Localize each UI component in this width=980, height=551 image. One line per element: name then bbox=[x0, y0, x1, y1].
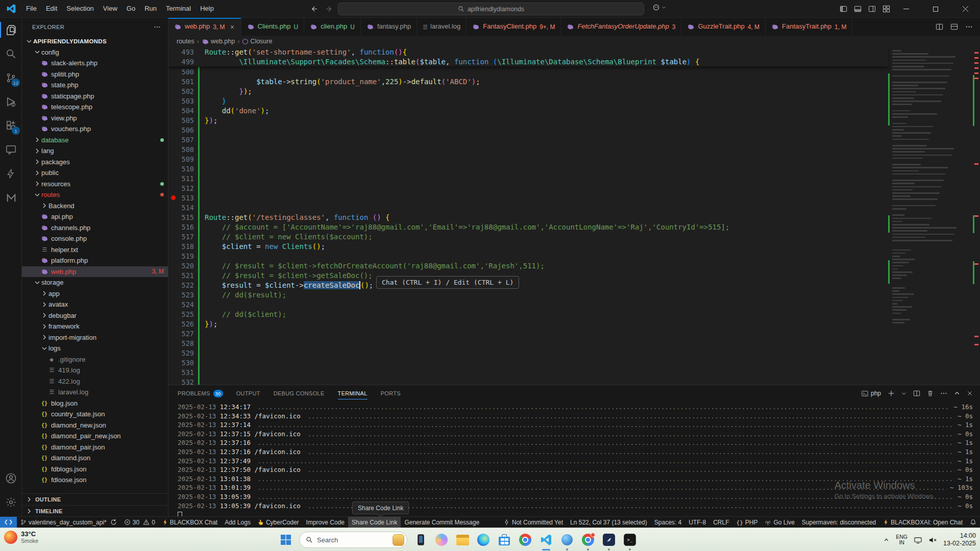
code-editor[interactable]: 493Route::get('set-shortname-setting', f… bbox=[168, 47, 980, 385]
tree-file-blog.json[interactable]: {}blog.json bbox=[22, 398, 168, 409]
activity-accounts-icon[interactable] bbox=[0, 466, 22, 490]
tree-file-country_state.json[interactable]: {}country_state.json bbox=[22, 409, 168, 420]
maximize-button[interactable] bbox=[921, 0, 950, 18]
code-line-531[interactable]: 531 bbox=[168, 367, 888, 377]
taskbar-microsoft-store-icon[interactable] bbox=[497, 532, 512, 547]
taskbar-windows-start-icon[interactable] bbox=[278, 532, 293, 547]
code-line-519[interactable]: 519 bbox=[168, 251, 888, 261]
close-window-button[interactable] bbox=[950, 0, 980, 18]
taskbar-chrome-profile-icon[interactable] bbox=[580, 532, 596, 547]
code-line-493[interactable]: 493Route::get('set-shortname-setting', f… bbox=[168, 47, 888, 57]
status-blackboxai[interactable]: BLACKBOXAI: Open Chat bbox=[879, 517, 966, 528]
close-tab-icon[interactable] bbox=[229, 24, 235, 30]
tree-folder-public[interactable]: public bbox=[22, 167, 168, 179]
code-line-512[interactable]: 512 bbox=[168, 183, 888, 193]
tree-file-channels.php[interactable]: channels.php bbox=[22, 222, 168, 234]
tree-folder-lang[interactable]: lang bbox=[22, 145, 168, 157]
menu-view[interactable]: View bbox=[99, 0, 122, 17]
back-arrow-icon[interactable] bbox=[310, 5, 318, 13]
sidebar-section-outline[interactable]: OUTLINE bbox=[22, 494, 168, 505]
tab-fantasytrait.php[interactable]: FantasyTrait.php1, M bbox=[766, 18, 852, 36]
tree-file-view.php[interactable]: view.php bbox=[22, 113, 168, 124]
code-line-523[interactable]: 523 // dd($result); bbox=[168, 290, 888, 299]
menu-edit[interactable]: Edit bbox=[41, 0, 62, 17]
tree-file-state.php[interactable]: state.php bbox=[22, 80, 168, 91]
copilot-menu[interactable] bbox=[652, 4, 666, 11]
tree-file-api.php[interactable]: api.php bbox=[22, 211, 168, 222]
tab-clien.php[interactable]: clien.phpU bbox=[304, 18, 361, 36]
tree-folder-resources[interactable]: resources bbox=[22, 179, 168, 190]
taskbar-file-explorer-icon[interactable] bbox=[455, 532, 470, 547]
tab-web.php[interactable]: web.php3, M bbox=[168, 18, 241, 36]
forward-arrow-icon[interactable] bbox=[325, 5, 333, 13]
tree-file-fdblogs.json[interactable]: {}fdblogs.json bbox=[22, 464, 168, 475]
explorer-more-actions-icon[interactable] bbox=[154, 23, 161, 31]
editor-layout-icon[interactable] bbox=[950, 23, 958, 31]
code-line-525[interactable]: 525 // dd($client); bbox=[168, 309, 888, 319]
tree-file-helper.txt[interactable]: ☰helper.txt bbox=[22, 244, 168, 256]
status-encoding[interactable]: UTF-8 bbox=[685, 517, 709, 528]
code-line-511[interactable]: 511 bbox=[168, 173, 888, 183]
tab-laravel.log[interactable]: ☰laravel.log bbox=[417, 18, 467, 36]
taskbar-copilot-icon[interactable] bbox=[434, 532, 449, 547]
status-generate-commit-message[interactable]: Generate Commit Message bbox=[401, 517, 483, 528]
activity-settings-icon[interactable] bbox=[0, 490, 22, 514]
code-line-501[interactable]: 501 $table->string('product_name',225)->… bbox=[168, 77, 888, 86]
toggle-panel-icon[interactable] bbox=[854, 5, 862, 13]
maximize-panel-icon[interactable] bbox=[954, 390, 960, 396]
code-line-499[interactable]: 499 \Illuminate\Support\Facades\Schema::… bbox=[168, 57, 888, 66]
code-line-514[interactable]: 514 bbox=[168, 203, 888, 212]
status-cursor-position[interactable]: Ln 522, Col 37 (13 selected) bbox=[567, 517, 651, 528]
tree-root[interactable]: APIFRIENDLYDIAMONDS bbox=[22, 36, 168, 47]
status-remote[interactable] bbox=[0, 517, 17, 528]
menu-terminal[interactable]: Terminal bbox=[161, 0, 195, 17]
panel-tab-terminal[interactable]: TERMINAL bbox=[338, 385, 368, 402]
status-language-mode[interactable]: {}PHP bbox=[733, 517, 762, 528]
minimize-button[interactable] bbox=[891, 0, 921, 18]
activity-explorer-icon[interactable] bbox=[0, 18, 22, 42]
code-line-518[interactable]: 518 $client = new Clients(); bbox=[168, 241, 888, 251]
breadcrumb-folder[interactable]: routes bbox=[177, 38, 194, 45]
customize-layout-icon[interactable] bbox=[883, 5, 890, 13]
status-supermaven[interactable]: Supermaven: disconnected bbox=[798, 517, 879, 528]
code-line-506[interactable]: 506 bbox=[168, 125, 888, 135]
menu-help[interactable]: Help bbox=[195, 0, 218, 17]
activity-supermaven-icon[interactable] bbox=[0, 186, 22, 210]
breakpoint-icon[interactable] bbox=[171, 195, 176, 200]
code-line-530[interactable]: 530 bbox=[168, 358, 888, 367]
taskbar-phone-link-icon[interactable] bbox=[413, 532, 428, 547]
tree-folder-app[interactable]: app bbox=[22, 288, 168, 299]
code-line-508[interactable]: 508 bbox=[168, 144, 888, 154]
status-eol[interactable]: CRLF bbox=[709, 517, 732, 528]
clock[interactable]: 14:0013-02-2025 bbox=[943, 532, 976, 547]
sidebar-section-timeline[interactable]: TIMELINE bbox=[22, 505, 168, 516]
activity-run-and-debug-icon[interactable] bbox=[0, 90, 22, 114]
new-terminal-icon[interactable] bbox=[888, 390, 895, 397]
activity-blackbox-icon[interactable] bbox=[0, 162, 22, 186]
menu-selection[interactable]: Selection bbox=[62, 0, 98, 17]
code-line-505[interactable]: 505}); bbox=[168, 115, 888, 125]
code-line-500[interactable]: 500 bbox=[168, 67, 888, 77]
tree-folder-backend[interactable]: Backend bbox=[22, 201, 168, 212]
status-add-logs[interactable]: Add Logs bbox=[221, 517, 254, 528]
code-line-504[interactable]: 504 dd('done'); bbox=[168, 106, 888, 115]
activity-chat-icon[interactable] bbox=[0, 138, 22, 162]
taskbar-edge-icon[interactable] bbox=[476, 532, 491, 547]
activity-extensions-icon[interactable]: 1 bbox=[0, 114, 22, 138]
tab-guzzletrait.php[interactable]: GuzzleTrait.php4, M bbox=[681, 18, 766, 36]
tree-folder-framework[interactable]: framework bbox=[22, 321, 168, 332]
tab-fantasy.php[interactable]: fantasy.php bbox=[361, 18, 417, 36]
status-indentation[interactable]: Spaces: 4 bbox=[651, 517, 685, 528]
tree-file-laravel.log[interactable]: ☰laravel.log bbox=[22, 387, 168, 398]
code-line-527[interactable]: 527 bbox=[168, 329, 888, 338]
code-line-515[interactable]: 515Route::get('/testingclasses', functio… bbox=[168, 212, 888, 222]
tree-folder-config[interactable]: config bbox=[22, 47, 168, 58]
command-center-search[interactable]: apifriendlydiamonds bbox=[338, 3, 644, 15]
code-line-524[interactable]: 524 bbox=[168, 299, 888, 309]
toggle-primary-sidebar-icon[interactable] bbox=[840, 5, 847, 13]
status-git-branch[interactable]: valentines_day_custom_api* bbox=[17, 517, 120, 528]
tree-folder-packages[interactable]: packages bbox=[22, 157, 168, 168]
tree-file-.gitignore[interactable]: ◆.gitignore bbox=[22, 354, 168, 365]
breadcrumb-file[interactable]: web.php bbox=[211, 38, 235, 45]
tree-folder-storage[interactable]: storage bbox=[22, 277, 168, 288]
